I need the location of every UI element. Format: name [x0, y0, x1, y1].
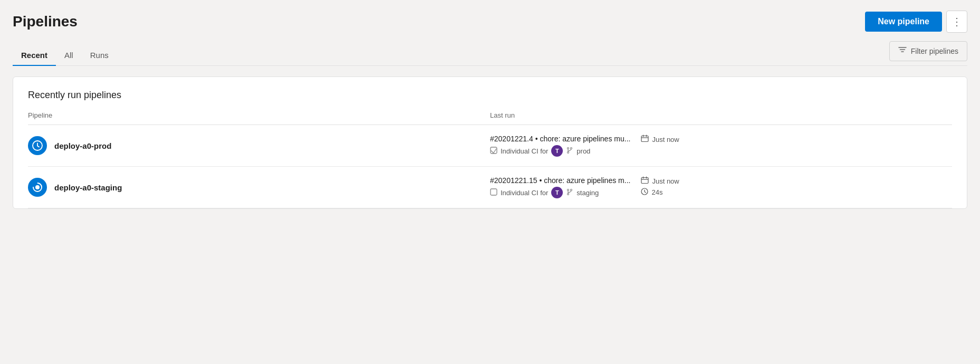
timing-just-now: Just now — [641, 135, 688, 144]
run-meta: Individual CI for T staging — [490, 187, 630, 198]
card-title: Recently run pipelines — [28, 90, 952, 101]
run-timing: Just now 24s — [641, 176, 688, 197]
col-header-lastrun: Last run — [490, 111, 952, 119]
pipeline-name: deploy-a0-staging — [54, 183, 122, 192]
branch-name: staging — [577, 189, 599, 197]
svg-rect-8 — [491, 189, 497, 195]
table-row[interactable]: deploy-a0-prod #20201221.4 • chore: azur… — [28, 125, 952, 167]
tab-runs[interactable]: Runs — [82, 45, 117, 66]
tab-all[interactable]: All — [56, 45, 82, 66]
tabs-row: Recent All Runs Filter pipelines — [13, 41, 967, 66]
col-header-pipeline: Pipeline — [28, 111, 490, 119]
user-avatar: T — [551, 145, 563, 157]
tag-icon — [490, 147, 497, 156]
pipeline-name-cell: deploy-a0-prod — [28, 136, 490, 155]
timing-just-now: Just now — [641, 176, 688, 186]
duration-text: 24s — [651, 188, 662, 196]
clock-icon — [641, 188, 648, 197]
pipeline-name: deploy-a0-prod — [54, 141, 111, 150]
calendar-icon — [641, 135, 649, 144]
filter-pipelines-button[interactable]: Filter pipelines — [889, 41, 967, 61]
new-pipeline-button[interactable]: New pipeline — [865, 12, 942, 32]
table-header: Pipeline Last run — [28, 111, 952, 125]
tabs: Recent All Runs — [13, 45, 117, 65]
run-id: #20201221.15 • chore: azure pipelines m.… — [490, 176, 630, 185]
last-run-cell: #20201221.4 • chore: azure pipelines mu.… — [490, 135, 952, 157]
run-id: #20201221.4 • chore: azure pipelines mu.… — [490, 135, 630, 143]
more-icon: ⋮ — [952, 15, 962, 28]
trigger-label: Individual CI for — [501, 189, 548, 197]
run-info: #20201221.4 • chore: azure pipelines mu.… — [490, 135, 630, 157]
calendar-icon — [641, 176, 649, 186]
branch-icon — [566, 147, 573, 156]
pipeline-name-cell: deploy-a0-staging — [28, 178, 490, 197]
trigger-label: Individual CI for — [501, 147, 548, 155]
run-info: #20201221.15 • chore: azure pipelines m.… — [490, 176, 630, 198]
tag-icon — [490, 188, 497, 197]
page-header: Pipelines New pipeline ⋮ — [13, 11, 967, 33]
svg-rect-5 — [641, 136, 648, 142]
header-actions: New pipeline ⋮ — [865, 11, 967, 33]
filter-label: Filter pipelines — [911, 47, 958, 55]
page-title: Pipelines — [13, 13, 78, 30]
run-timing: Just now — [641, 135, 688, 144]
more-options-button[interactable]: ⋮ — [946, 11, 967, 33]
svg-point-7 — [35, 185, 40, 189]
last-run-cell: #20201221.15 • chore: azure pipelines m.… — [490, 176, 952, 198]
timing-text: Just now — [652, 177, 679, 185]
pipeline-icon-running — [28, 178, 47, 197]
timing-duration: 24s — [641, 188, 688, 197]
branch-icon — [566, 188, 573, 197]
svg-rect-12 — [641, 178, 648, 184]
recently-run-pipelines-card: Recently run pipelines Pipeline Last run… — [13, 76, 967, 209]
filter-icon — [898, 46, 907, 56]
user-avatar: T — [551, 187, 563, 198]
pipeline-icon-clock — [28, 136, 47, 155]
timing-text: Just now — [652, 136, 679, 143]
branch-name: prod — [577, 147, 590, 155]
table-row[interactable]: deploy-a0-staging #20201221.15 • chore: … — [28, 167, 952, 208]
run-meta: Individual CI for T prod — [490, 145, 630, 157]
tab-recent[interactable]: Recent — [13, 45, 56, 66]
